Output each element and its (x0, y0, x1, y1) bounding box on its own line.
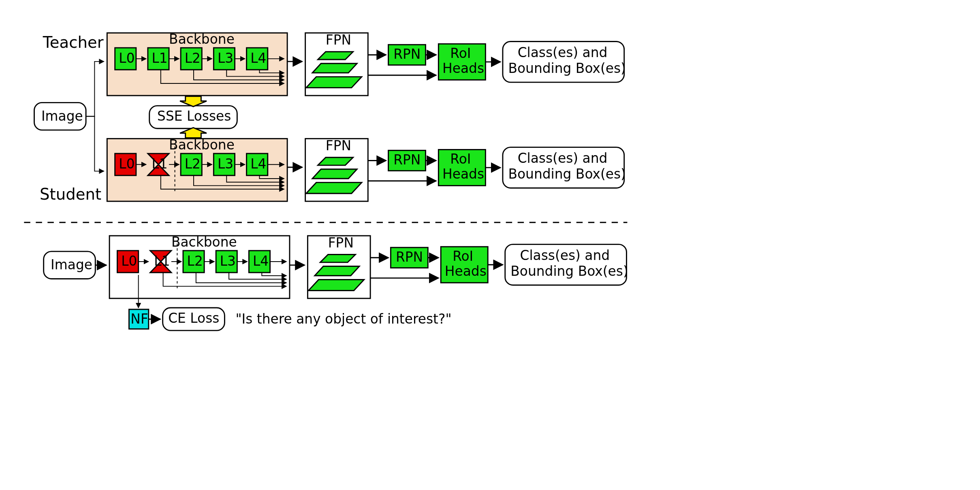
layer-L2-label: L2 (185, 50, 201, 66)
layer-L4-label: L4 (253, 253, 269, 269)
student-out-l1: Class(es) and (518, 150, 608, 166)
teacher-backbone-title: Backbone (169, 31, 235, 47)
teacher-roi-l1: RoI (450, 45, 471, 61)
teacher-rpn-label: RPN (393, 46, 421, 62)
bottom-rpn-label: RPN (396, 249, 423, 265)
layer-L2-label: L2 (187, 253, 203, 269)
layer-L3-label: L3 (220, 253, 236, 269)
layer-L3-label: L3 (218, 50, 233, 66)
layer-L0-label: L0 (119, 156, 135, 172)
bottom-out-l2: Bounding Box(es) (510, 263, 628, 279)
student-roi-l2: Heads (442, 166, 484, 182)
teacher-roi-l2: Heads (442, 60, 484, 76)
bottom-out-l1: Class(es) and (520, 247, 610, 263)
student-backbone-title: Backbone (169, 137, 235, 153)
svg-marker-10 (308, 279, 364, 290)
sse-label: SSE Losses (157, 108, 231, 124)
bottom-fpn-label: FPN (328, 235, 354, 251)
student-roi-l1: RoI (450, 151, 471, 167)
layer-L1-label: L1 (152, 156, 168, 172)
nf-label: NF (130, 311, 148, 327)
yellow-arrow-down (180, 96, 207, 107)
teacher-out-l2: Bounding Box(es) (508, 60, 626, 76)
layer-L4-label: L4 (250, 156, 266, 172)
layer-L1-label: L1 (152, 50, 168, 66)
layer-L2-label: L2 (185, 156, 201, 172)
image-label-2: Image (51, 257, 92, 273)
layer-L3-label: L3 (218, 156, 233, 172)
layer-L0-label: L0 (119, 50, 135, 66)
architecture-diagram: .txt { font-family: "DejaVu Sans","Verda… (16, 16, 964, 490)
svg-marker-7 (306, 183, 362, 194)
teacher-out-l1: Class(es) and (518, 45, 608, 60)
arrow-image-to-student (86, 116, 104, 171)
student-out-l2: Bounding Box(es) (508, 166, 626, 182)
svg-marker-4 (180, 128, 207, 138)
student-rpn-label: RPN (393, 152, 421, 168)
layer-L0-label: L0 (121, 253, 137, 269)
student-fpn-label: FPN (326, 138, 351, 153)
layer-L4-label: L4 (250, 50, 266, 66)
layer-L1-label: L1 (154, 253, 170, 269)
bottom-roi-l1: RoI (453, 248, 473, 264)
svg-marker-2 (306, 77, 362, 88)
svg-marker-9 (315, 266, 359, 276)
arrow-image-to-teacher (86, 62, 104, 116)
teacher-fpn-label: FPN (326, 32, 351, 48)
yellow-arrow-up (180, 128, 207, 138)
question-text: "Is there any object of interest?" (235, 311, 451, 327)
teacher-label: Teacher (43, 33, 104, 51)
image-label: Image (41, 108, 83, 124)
bottom-roi-l2: Heads (445, 263, 487, 279)
ce-label: CE Loss (168, 310, 219, 326)
student-label: Student (40, 185, 101, 203)
svg-marker-1 (312, 64, 357, 73)
svg-marker-3 (180, 96, 207, 107)
bottom-backbone-title: Backbone (171, 234, 237, 250)
svg-marker-6 (312, 169, 357, 179)
